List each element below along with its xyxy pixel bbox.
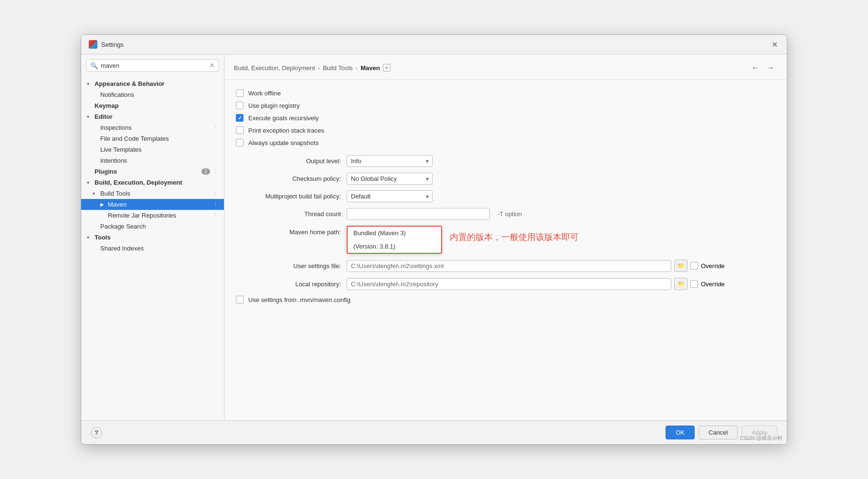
checksum-policy-select-wrapper: No Global Policy Fail Warn Ignore (347, 173, 433, 185)
local-repo-browse-button[interactable]: 📁 (674, 278, 688, 290)
ok-button[interactable]: OK (666, 426, 695, 439)
content-area: 🔍 ✕ ▾ Appearance & Behavior Notification… (81, 54, 787, 420)
dialog-title: Settings (101, 41, 766, 48)
work-offline-checkbox[interactable] (236, 89, 243, 97)
search-box: 🔍 ✕ (86, 59, 219, 72)
use-plugin-registry-label: Use plugin registry (248, 102, 300, 109)
sidebar-item-tools[interactable]: ▾ Tools (81, 232, 224, 243)
multiproject-select[interactable]: Default Never At End Immediately (347, 190, 433, 202)
sidebar-item-label: File and Code Templates (100, 135, 218, 142)
sidebar-tree: ▾ Appearance & Behavior Notifications Ke… (81, 76, 224, 256)
help-button[interactable]: ? (91, 427, 102, 438)
sidebar-item-label: Notifications (100, 91, 218, 98)
settings-content: Work offline Use plugin registry Execute… (224, 80, 787, 420)
breadcrumb-part-3: Maven (360, 64, 380, 72)
maven-dropdown-popup[interactable]: Bundled (Maven 3) (Version: 3.8.1) (347, 226, 442, 254)
maven-home-dropdown: Bundled (Maven 3) (Version: 3.8.1) (347, 226, 442, 254)
use-plugin-registry-row: Use plugin registry (236, 102, 775, 109)
sidebar-item-label: Inspections (100, 124, 132, 131)
nav-buttons: ← → (749, 61, 777, 74)
breadcrumb-part-2: Build Tools (323, 64, 353, 72)
use-mvn-config-checkbox[interactable] (236, 296, 243, 303)
plugins-badge: 2 (201, 168, 210, 175)
multiproject-label: Multiproject build fail policy: (236, 193, 341, 200)
sidebar-item-build-tools[interactable]: ▾ Build Tools ⋮ (81, 188, 224, 199)
sidebar-item-file-code-templates[interactable]: File and Code Templates (81, 133, 224, 144)
settings-icon: ⋮ (213, 212, 218, 219)
sidebar-item-label: Editor (95, 113, 218, 120)
forward-button[interactable]: → (764, 61, 777, 74)
local-repo-label: Local repository: (236, 281, 341, 288)
sidebar-item-label: Remote Jar Repositories (108, 212, 176, 219)
use-plugin-registry-checkbox[interactable] (236, 102, 243, 109)
user-settings-browse-button[interactable]: 📁 (674, 260, 688, 272)
execute-goals-checkbox[interactable] (236, 114, 243, 122)
thread-count-row: Thread count -T option (236, 208, 775, 220)
sidebar-item-label: Maven (108, 201, 127, 208)
sidebar: 🔍 ✕ ▾ Appearance & Behavior Notification… (81, 54, 224, 420)
maven-annotation: 内置的版本，一般使用该版本即可 (450, 226, 579, 243)
sidebar-item-live-templates[interactable]: Live Templates (81, 144, 224, 155)
local-repo-input[interactable] (347, 278, 671, 290)
use-mvn-config-label: Use settings from .mvn/maven.config (248, 296, 350, 303)
collapse-arrow: ▾ (93, 191, 98, 196)
local-repo-row: Local repository: 📁 Override (236, 278, 775, 290)
breadcrumb-menu-button[interactable]: ≡ (383, 64, 391, 72)
sidebar-item-package-search[interactable]: Package Search (81, 221, 224, 232)
maven-annotation-row: Bundled (Maven 3) (Version: 3.8.1) 内置的版本… (347, 226, 579, 254)
always-update-checkbox[interactable] (236, 139, 243, 146)
sidebar-item-shared-indexes[interactable]: Shared Indexes (81, 243, 224, 254)
sidebar-item-label: Intentions (100, 157, 218, 164)
print-exception-checkbox[interactable] (236, 126, 243, 134)
search-clear-button[interactable]: ✕ (209, 62, 215, 69)
sidebar-item-notifications[interactable]: Notifications (81, 89, 224, 100)
maven-option-bundled[interactable]: Bundled (Maven 3) (348, 227, 441, 240)
sidebar-item-remote-jar[interactable]: Remote Jar Repositories ⋮ (81, 210, 224, 221)
user-settings-override-label: Override (701, 262, 725, 270)
maven-home-row: Maven home path: Bundled (Maven 3) (Vers… (236, 226, 775, 254)
user-settings-override: Override (690, 262, 725, 270)
output-level-label: Output level: (236, 157, 341, 165)
sidebar-item-plugins[interactable]: Plugins 2 ⋮ (81, 166, 224, 177)
user-settings-override-checkbox[interactable] (690, 262, 698, 270)
t-option-label: -T option (498, 210, 522, 218)
sidebar-item-label: Package Search (100, 223, 218, 230)
bottom-bar: ? OK Cancel Apply (81, 420, 787, 444)
collapse-arrow: ▾ (87, 114, 93, 119)
checksum-policy-select[interactable]: No Global Policy Fail Warn Ignore (347, 173, 433, 185)
search-input[interactable] (101, 62, 206, 69)
checksum-policy-row: Checksum policy: No Global Policy Fail W… (236, 173, 775, 185)
breadcrumb-sep-2: › (356, 64, 358, 72)
cancel-button[interactable]: Cancel (699, 426, 738, 439)
output-level-select-wrapper: Info Debug Warn Error (347, 155, 433, 167)
user-settings-path-row: 📁 Override (347, 260, 725, 272)
sidebar-item-appearance[interactable]: ▾ Appearance & Behavior (81, 78, 224, 89)
user-settings-label: User settings file: (236, 262, 341, 270)
sidebar-item-label: Plugins (95, 168, 117, 175)
collapse-arrow: ▾ (87, 235, 93, 240)
sidebar-item-build-execution[interactable]: ▾ Build, Execution, Deployment (81, 177, 224, 188)
sidebar-item-editor[interactable]: ▾ Editor (81, 111, 224, 122)
sidebar-item-label: Keymap (95, 102, 218, 109)
breadcrumb-sep-1: › (318, 64, 320, 72)
local-repo-override-checkbox[interactable] (690, 280, 698, 288)
sidebar-item-maven[interactable]: ▶ Maven ⋮ (81, 199, 224, 210)
local-repo-override-label: Override (701, 281, 725, 288)
main-panel: Build, Execution, Deployment › Build Too… (224, 54, 787, 420)
breadcrumb-part-1: Build, Execution, Deployment (234, 64, 315, 72)
sidebar-item-label: Shared Indexes (100, 245, 218, 252)
settings-icon: ⋮ (213, 168, 218, 175)
search-icon: 🔍 (90, 62, 98, 69)
back-button[interactable]: ← (749, 61, 762, 74)
output-level-select[interactable]: Info Debug Warn Error (347, 155, 433, 167)
print-exception-row: Print exception stack traces (236, 126, 775, 134)
user-settings-input[interactable] (347, 260, 671, 272)
sidebar-item-inspections[interactable]: Inspections ⋮ (81, 122, 224, 133)
close-button[interactable]: ✕ (770, 40, 779, 49)
thread-count-input[interactable] (347, 208, 490, 220)
title-bar: Settings ✕ (81, 35, 787, 54)
sidebar-item-keymap[interactable]: Keymap (81, 100, 224, 111)
work-offline-label: Work offline (248, 90, 281, 97)
always-update-label: Always update snapshots (248, 139, 318, 146)
sidebar-item-intentions[interactable]: Intentions (81, 155, 224, 166)
